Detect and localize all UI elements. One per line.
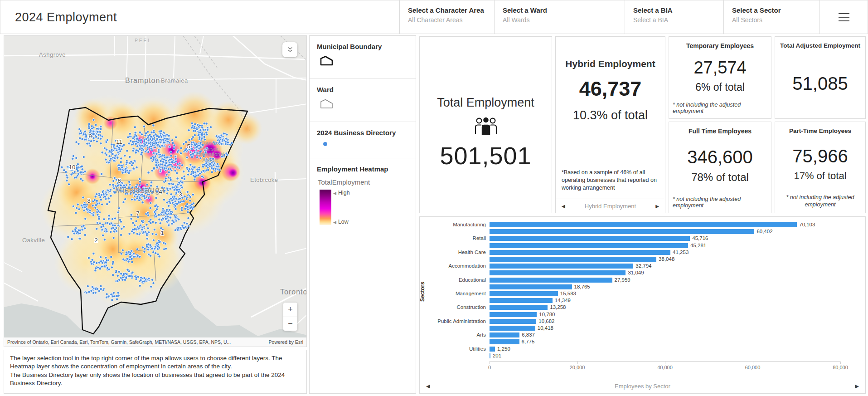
selector-character-area[interactable]: Select a Character Area All Character Ar… — [399, 0, 494, 34]
bar-category-label: Retail — [420, 235, 486, 242]
svg-text:Brampton: Brampton — [125, 77, 160, 84]
bar-category-label: Arts — [420, 332, 486, 338]
hybrid-employment-card: Hybrid Employment 46,737 10.3% of total … — [555, 36, 665, 213]
zoom-out-button[interactable]: − — [283, 317, 297, 331]
map-zoom-control: + − — [283, 303, 297, 331]
selector-label: Select a Sector — [732, 6, 820, 14]
selector-label: Select a Character Area — [408, 6, 494, 14]
legend-title: 2024 Business Directory — [317, 129, 408, 137]
map[interactable]: PEELAshgroveBramptonBramaleaEtobicokeOak… — [4, 35, 307, 347]
selector-value: Select a BIA — [633, 16, 723, 24]
bar-value-label: 14,349 — [555, 297, 571, 304]
heatmap-gradient-labels: ◀High ◀Low — [333, 190, 350, 225]
kpi-title: Hybrid Employment — [565, 59, 655, 69]
selector-bia[interactable]: Select a BIA Select a BIA — [625, 0, 723, 34]
chart-pager-prev-icon[interactable]: ◀ — [426, 383, 430, 389]
bar-value-label: 38,048 — [659, 256, 674, 263]
svg-text:Bramalea: Bramalea — [161, 77, 188, 84]
selector-ward[interactable]: Select a Ward All Wards — [494, 0, 625, 34]
svg-text:4: 4 — [159, 188, 162, 195]
hamburger-menu-icon[interactable] — [836, 10, 852, 24]
pager-next-icon[interactable]: ▶ — [655, 204, 659, 209]
pager-prev-icon[interactable]: ◀ — [562, 204, 565, 209]
bar[interactable] — [490, 250, 670, 255]
bar-value-label: 6,775 — [522, 338, 535, 345]
total-adjusted-employment-card: Total Adjusted Employment 51,085 — [775, 36, 866, 119]
kpi-title: Total Adjusted Employment — [775, 37, 865, 49]
map-collapse-button[interactable] — [282, 42, 297, 57]
employees-by-sector-chart: Sectors ManufacturingRetailHealth CareAc… — [419, 216, 866, 394]
map-svg[interactable]: PEELAshgroveBramptonBramaleaEtobicokeOak… — [4, 36, 307, 347]
bar[interactable] — [490, 278, 612, 283]
kpi-value: 346,600 — [687, 147, 753, 167]
chart-x-axis: 020,00040,00060,00080,000 — [490, 361, 840, 362]
bar-value-label: 27,959 — [615, 277, 630, 284]
svg-text:PEEL: PEEL — [135, 38, 152, 43]
bar[interactable] — [490, 284, 572, 289]
header-selectors: Select a Character Area All Character Ar… — [399, 0, 868, 34]
chart-pager-next-icon[interactable]: ▶ — [855, 383, 859, 389]
high-label: High — [338, 190, 350, 196]
bar-value-label: 18,765 — [574, 284, 590, 290]
zoom-in-button[interactable]: + — [283, 303, 297, 317]
bar[interactable] — [490, 319, 536, 324]
map-note-paragraph-2: The Business Directory layer only shows … — [10, 371, 301, 388]
bar-value-label: 1,250 — [497, 346, 510, 352]
bar-category-label: Management — [420, 290, 486, 297]
heatmap-gradient: ◀High ◀Low — [320, 190, 408, 225]
svg-text:Oakville: Oakville — [22, 237, 45, 244]
bar[interactable] — [490, 339, 519, 344]
bar[interactable] — [490, 236, 690, 241]
kpi-percent: 78% of total — [691, 171, 749, 184]
svg-text:8: 8 — [87, 197, 90, 204]
map-note-panel: The layer selection tool in the top righ… — [4, 350, 307, 394]
selector-value: All Character Areas — [408, 16, 494, 24]
bar[interactable] — [490, 298, 553, 303]
bar[interactable] — [490, 222, 797, 227]
hybrid-pager: ◀ Hybrid Employment ▶ — [556, 199, 665, 213]
bar[interactable] — [490, 291, 558, 296]
kpi-value: 27,574 — [693, 58, 746, 78]
kpi-title: Part-Time Employees — [775, 122, 865, 134]
header: 2024 Employment Select a Character Area … — [0, 0, 868, 34]
bar[interactable] — [490, 229, 754, 234]
svg-text:Etobicoke: Etobicoke — [250, 176, 278, 183]
map-canvas[interactable]: PEELAshgroveBramptonBramaleaEtobicokeOak… — [4, 36, 306, 347]
legend-title: Municipal Boundary — [317, 43, 408, 50]
axis-tick-label: 60,000 — [745, 365, 761, 370]
left-triangle-icon: ◀ — [333, 191, 336, 196]
bar[interactable] — [490, 353, 490, 358]
municipal-boundary-polygon-icon — [320, 55, 334, 67]
bar-category-label: Educational — [420, 277, 486, 284]
svg-text:10: 10 — [69, 164, 75, 171]
axis-tick-label: 40,000 — [657, 365, 673, 370]
bar-value-label: 15,583 — [560, 290, 576, 297]
heatmap-gradient-bar — [320, 190, 331, 225]
bar[interactable] — [490, 270, 626, 275]
bar[interactable] — [490, 326, 535, 331]
bar[interactable] — [490, 257, 656, 262]
bar[interactable] — [490, 305, 548, 310]
ward-polygon-icon — [320, 98, 334, 110]
bar-value-label: 10,418 — [538, 325, 553, 332]
svg-text:11: 11 — [116, 138, 122, 145]
kpi-percent: 17% of total — [794, 170, 846, 182]
bar-value-label: 32,794 — [635, 263, 651, 269]
selector-label: Select a BIA — [633, 6, 723, 14]
legend-title: Employment Heatmap — [317, 165, 408, 173]
attribution-text: Province of Ontario, Esri Canada, Esri, … — [7, 339, 231, 345]
bar-category-label: Manufacturing — [420, 221, 486, 228]
bar-value-label: 13,258 — [550, 304, 566, 311]
svg-text:5: 5 — [187, 143, 190, 150]
bar[interactable] — [490, 347, 495, 352]
bar[interactable] — [490, 332, 519, 337]
svg-text:6: 6 — [117, 177, 121, 184]
temporary-employees-card: Temporary Employees 27,574 6% of total *… — [669, 36, 771, 119]
bar[interactable] — [490, 243, 688, 248]
map-note-paragraph-1: The layer selection tool in the top righ… — [10, 354, 301, 371]
bar[interactable] — [490, 264, 633, 269]
bar[interactable] — [490, 312, 537, 317]
page-title: 2024 Employment — [15, 10, 117, 24]
selector-label: Select a Ward — [503, 6, 625, 14]
selector-sector[interactable]: Select a Sector All Sectors — [723, 0, 820, 34]
